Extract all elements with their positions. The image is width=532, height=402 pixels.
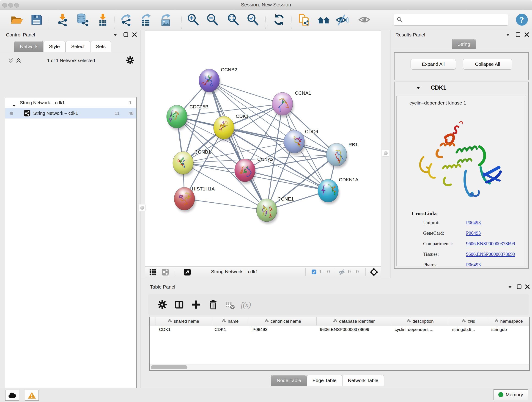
- netbar-separator: [305, 268, 306, 276]
- zoom-in-icon[interactable]: [186, 13, 199, 26]
- hide-selected-icon[interactable]: [336, 13, 348, 26]
- node-CDKN1A[interactable]: [318, 179, 339, 204]
- help-icon[interactable]: ?: [515, 13, 528, 26]
- cell-name[interactable]: CDK1: [211, 325, 249, 334]
- crosslink-link[interactable]: P06493: [466, 220, 481, 225]
- hidden-eye-icon[interactable]: [338, 269, 345, 276]
- tab-network-table[interactable]: Network Table: [342, 375, 384, 386]
- tab-string[interactable]: String: [452, 39, 476, 49]
- node-CDK1[interactable]: [214, 116, 235, 141]
- control-panel-menu-icon[interactable]: [112, 32, 118, 38]
- import-table-from-file-icon[interactable]: [96, 13, 109, 26]
- zoom-out-icon[interactable]: [206, 13, 219, 26]
- node-RB1[interactable]: [326, 143, 349, 168]
- create-column-icon[interactable]: [191, 300, 201, 309]
- node-CCNE1[interactable]: [256, 199, 278, 224]
- protein-expander-icon[interactable]: [416, 86, 420, 91]
- cloud-button[interactable]: [5, 390, 19, 401]
- show-columns-icon[interactable]: [174, 300, 184, 309]
- cell-database-identifier[interactable]: 9606.ENSP00000378699: [317, 325, 391, 334]
- cell-canonical-name[interactable]: P06493: [249, 325, 317, 334]
- home-icon[interactable]: [317, 13, 330, 26]
- show-all-icon[interactable]: [358, 13, 371, 26]
- table-horizontal-scrollbar[interactable]: [150, 364, 529, 370]
- clone-network-icon[interactable]: [298, 13, 310, 26]
- results-panel-float-icon[interactable]: [515, 32, 521, 38]
- cell-namespace[interactable]: stringdb: [488, 325, 529, 334]
- export-image-icon[interactable]: [159, 13, 172, 26]
- cell--id[interactable]: stringdb:9...: [449, 325, 488, 334]
- birds-eye-view-icon[interactable]: [149, 268, 157, 277]
- zoom-fit-content-icon[interactable]: [227, 13, 239, 26]
- results-panel-close-icon[interactable]: [524, 32, 530, 38]
- column-header--id[interactable]: @id: [449, 317, 488, 325]
- function-builder-icon[interactable]: f(x): [241, 300, 251, 309]
- crosshair-icon[interactable]: [370, 268, 378, 277]
- import-network-from-database-icon[interactable]: [76, 13, 89, 26]
- network-canvas[interactable]: CCNB2CCNA1CDC25BCDK1CDC6RB1CCNB1CCNA2CDK…: [145, 30, 381, 266]
- network-options-gear-icon[interactable]: [126, 56, 134, 64]
- zoom-selected-icon[interactable]: [246, 13, 259, 26]
- search-input[interactable]: [405, 17, 505, 23]
- table-settings-gear-icon[interactable]: [157, 300, 167, 309]
- results-actions-box: Expand All Collapse All: [394, 52, 529, 80]
- export-table-icon[interactable]: [139, 13, 152, 26]
- node-CCNA1[interactable]: [272, 92, 294, 117]
- crosslink-link[interactable]: 9606.ENSP00000378699: [466, 241, 515, 247]
- node-CDC6[interactable]: [284, 130, 305, 155]
- edge-CCNA2-CDKN1A[interactable]: [245, 170, 328, 191]
- expand-all-networks-icon[interactable]: [16, 57, 22, 64]
- import-network-from-file-icon[interactable]: [56, 13, 69, 26]
- warnings-button[interactable]: [25, 390, 39, 401]
- crosslink-link[interactable]: P06493: [466, 230, 481, 236]
- edge-HIST1H1A-CCNE1[interactable]: [184, 199, 267, 210]
- export-network-icon[interactable]: [120, 13, 133, 26]
- column-header-name[interactable]: name: [211, 317, 249, 325]
- string-panel-toggle-icon[interactable]: [162, 268, 169, 277]
- cell-shared-name[interactable]: CDK1: [156, 325, 211, 334]
- results-panel-menu-icon[interactable]: [505, 32, 511, 38]
- crosslink-row: Pharos:P06493: [397, 262, 526, 273]
- search-field[interactable]: [394, 14, 508, 26]
- tab-edge-table[interactable]: Edge Table: [307, 375, 342, 386]
- network-collection-row[interactable]: String Network – cdk1 1: [5, 97, 136, 108]
- edge-CCNB2-CCNE1[interactable]: [209, 80, 267, 210]
- collapse-all-networks-icon[interactable]: [8, 57, 14, 64]
- selected-checkbox-icon[interactable]: [311, 269, 317, 275]
- node-CDC25B[interactable]: [167, 105, 188, 130]
- control-panel-close-icon[interactable]: [132, 32, 138, 38]
- tab-style[interactable]: Style: [43, 41, 65, 52]
- table-panel-menu-icon[interactable]: [507, 284, 513, 290]
- cell-description[interactable]: cyclin–dependent ...: [391, 325, 449, 334]
- node-CCNB2[interactable]: [199, 69, 220, 94]
- window-title: Session: New Session: [0, 2, 532, 8]
- scrollbar-thumb[interactable]: [151, 365, 187, 369]
- right-splitter-handle[interactable]: [382, 150, 389, 157]
- column-header-shared-name[interactable]: shared name: [156, 317, 211, 325]
- delete-table-icon[interactable]: [225, 300, 234, 309]
- network-row-selected[interactable]: String Network – cdk1 11 48: [5, 108, 136, 119]
- crosslink-link[interactable]: 9606.ENSP00000378699: [466, 251, 515, 257]
- open-in-browser-icon[interactable]: [184, 268, 191, 277]
- selected-counts: 1 – 0: [319, 269, 330, 274]
- tab-select[interactable]: Select: [65, 41, 90, 52]
- left-splitter-handle[interactable]: [139, 204, 146, 211]
- table-panel-float-icon[interactable]: [516, 284, 522, 290]
- column-header-description[interactable]: description: [391, 317, 449, 325]
- table-panel-close-icon[interactable]: [525, 284, 530, 290]
- delete-column-trash-icon[interactable]: [208, 300, 218, 309]
- tab-node-table[interactable]: Node Table: [271, 375, 307, 386]
- control-panel-float-icon[interactable]: [123, 32, 129, 38]
- expand-all-button[interactable]: Expand All: [411, 59, 456, 70]
- tab-network[interactable]: Network: [14, 41, 43, 52]
- tab-sets[interactable]: Sets: [90, 41, 111, 52]
- open-session-icon[interactable]: [10, 13, 23, 26]
- column-header-database-identifier[interactable]: database identifier: [317, 317, 391, 325]
- memory-button[interactable]: Memory: [494, 389, 528, 400]
- apply-preferred-layout-icon[interactable]: [273, 13, 285, 26]
- column-header-canonical-name[interactable]: canonical name: [249, 317, 317, 325]
- crosslink-link[interactable]: P06493: [466, 262, 481, 268]
- column-header-namespace[interactable]: namespace: [488, 317, 529, 325]
- collapse-all-button[interactable]: Collapse All: [463, 59, 512, 70]
- save-session-icon[interactable]: [30, 13, 43, 26]
